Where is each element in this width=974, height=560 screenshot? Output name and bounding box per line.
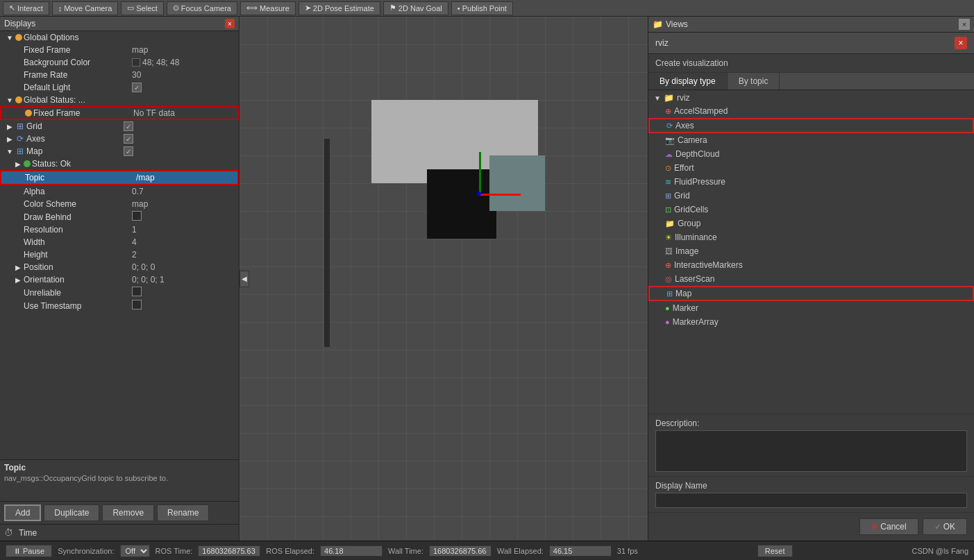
viz-item-depthcloud[interactable]: ☁ DepthCloud: [648, 147, 974, 161]
fluid-viz-icon: ≋: [665, 178, 671, 187]
select-button[interactable]: ▭ Select: [121, 1, 164, 15]
use-timestamp-checkbox[interactable]: [132, 300, 142, 309]
axes-label: Axes: [26, 134, 45, 144]
fixed-frame-error-item[interactable]: Fixed Frame No TF data: [0, 106, 239, 120]
views-title: Views: [666, 19, 688, 29]
viz-item-grid[interactable]: ⊞ Grid: [648, 189, 974, 203]
wall-time-value: 1680326875.66: [429, 545, 492, 557]
topic-item[interactable]: Topic /map: [0, 170, 239, 185]
tab-topic[interactable]: By topic: [728, 73, 780, 90]
display-name-label: Display Name: [655, 481, 967, 491]
frame-rate-item[interactable]: Frame Rate 30: [0, 69, 239, 81]
map-checkbox[interactable]: ✓: [124, 146, 133, 156]
rename-button[interactable]: Rename: [157, 504, 209, 521]
axes-item[interactable]: ▶ ⟳ Axes ✓: [0, 133, 239, 145]
display-name-input[interactable]: [655, 493, 967, 508]
global-options-status: [15, 34, 22, 41]
viz-item-group[interactable]: 📁 Group: [648, 217, 974, 230]
reset-button[interactable]: Reset: [757, 545, 793, 557]
move-camera-button[interactable]: ↕ Move Camera: [52, 1, 119, 15]
status-ok-item[interactable]: ▶ Status: Ok: [0, 158, 239, 170]
pose-estimate-button[interactable]: ➤ 2D Pose Estimate: [299, 1, 380, 15]
viz-item-effort[interactable]: ⊙ Effort: [648, 161, 974, 175]
color-scheme-value: map: [132, 199, 148, 209]
folder-collapse-arrow: ▼: [654, 94, 661, 102]
status-ok-label: Status: Ok: [32, 159, 71, 169]
grid-checkbox[interactable]: ✓: [124, 121, 133, 131]
rviz-dialog: rviz × Create visualization By display t…: [648, 33, 974, 541]
viz-item-markerarray[interactable]: ● MarkerArray: [648, 315, 974, 329]
cancel-button[interactable]: ⊗ Cancel: [859, 518, 918, 535]
pause-button[interactable]: ⏸ Pause: [6, 545, 52, 557]
use-timestamp-item[interactable]: Use Timestamp: [0, 299, 239, 312]
publish-point-button[interactable]: • Publish Point: [451, 1, 513, 15]
unreliable-item[interactable]: Unreliable: [0, 286, 239, 299]
viz-item-interactivemarkers[interactable]: ⊕ InteractiveMarkers: [648, 258, 974, 272]
displays-close-button[interactable]: ×: [225, 19, 235, 28]
measure-button[interactable]: ⟺ Measure: [240, 1, 296, 15]
views-close-button[interactable]: ×: [959, 19, 970, 30]
fixed-frame-error-value: No TF data: [133, 108, 175, 118]
draw-behind-checkbox[interactable]: [132, 211, 142, 221]
unreliable-checkbox[interactable]: [132, 287, 142, 296]
map-tree-item[interactable]: ▼ ⊞ Map ✓: [0, 145, 239, 158]
collapse-arrow[interactable]: ◀: [240, 271, 249, 287]
left-panel: Displays × ▼ Global Options: [0, 17, 240, 541]
ok-button[interactable]: ✓ OK: [923, 518, 967, 535]
background-color-swatch: [132, 58, 140, 67]
tab-display-type[interactable]: By display type: [648, 73, 728, 90]
viz-item-illuminance[interactable]: ☀ Illuminance: [648, 230, 974, 244]
viz-item-laserscan[interactable]: ◎ LaserScan: [648, 272, 974, 286]
global-status-item[interactable]: ▼ Global Status: ...: [0, 94, 239, 106]
views-folder-icon: 📁: [653, 19, 663, 29]
color-scheme-item[interactable]: Color Scheme map: [0, 198, 239, 210]
rviz-dialog-close-button[interactable]: ×: [955, 37, 967, 49]
position-item[interactable]: ▶ Position 0; 0; 0: [0, 261, 239, 273]
viz-item-marker[interactable]: ● Marker: [648, 301, 974, 315]
orientation-item[interactable]: ▶ Orientation 0; 0; 0; 1: [0, 273, 239, 286]
bottom-buttons: Add Duplicate Remove Rename: [0, 501, 239, 524]
alpha-item[interactable]: Alpha 0.7: [0, 185, 239, 198]
viz-item-gridcells[interactable]: ⊡ GridCells: [648, 203, 974, 217]
height-item[interactable]: Height 2: [0, 248, 239, 261]
move-camera-icon: ↕: [58, 4, 62, 12]
displays-tree: ▼ Global Options Fixed Frame map: [0, 31, 239, 459]
right-panel: 📁 Views × rviz × Create visualization By…: [648, 17, 974, 541]
image-viz-icon: 🖼: [665, 247, 673, 255]
viz-scrollbar[interactable]: [324, 139, 330, 347]
axes-checkbox[interactable]: ✓: [124, 134, 133, 144]
pause-icon: ⏸: [13, 547, 21, 555]
focus-camera-button[interactable]: ⊙ Focus Camera: [167, 1, 237, 15]
viz-item-camera[interactable]: 📷 Camera: [648, 133, 974, 147]
brand-label: CSDN @ls Fang: [912, 547, 968, 555]
viz-item-axes[interactable]: ⟳ Axes: [648, 118, 974, 133]
viz-item-accelstamped[interactable]: ⊕ AccelStamped: [648, 104, 974, 118]
status-ok-arrow: ▶: [14, 160, 22, 168]
viz-folder-rviz[interactable]: ▼ 📁 rviz: [648, 92, 974, 104]
default-light-checkbox[interactable]: ✓: [132, 83, 142, 92]
viz-item-fluidpressure[interactable]: ≋ FluidPressure: [648, 175, 974, 189]
draw-behind-item[interactable]: Draw Behind: [0, 210, 239, 223]
width-item[interactable]: Width 4: [0, 236, 239, 248]
rviz-dialog-header: rviz ×: [648, 33, 974, 54]
use-timestamp-label: Use Timestamp: [24, 301, 81, 311]
accel-icon: ⊕: [665, 107, 671, 116]
background-color-value: 48; 48; 48: [142, 58, 179, 67]
default-light-item[interactable]: Default Light ✓: [0, 81, 239, 94]
fixed-frame-item[interactable]: Fixed Frame map: [0, 44, 239, 56]
axis-origin: [477, 192, 481, 196]
nav-goal-button[interactable]: ⚑ 2D Nav Goal: [383, 1, 448, 15]
interact-button[interactable]: ↖ Interact: [3, 1, 49, 15]
background-color-item[interactable]: Background Color 48; 48; 48: [0, 56, 239, 69]
add-button[interactable]: Add: [4, 504, 41, 521]
global-status-dot: [15, 96, 22, 103]
global-options-item[interactable]: ▼ Global Options: [0, 31, 239, 44]
sync-select[interactable]: Off: [120, 545, 150, 557]
markerarray-viz-icon: ●: [665, 318, 670, 326]
remove-button[interactable]: Remove: [102, 504, 154, 521]
viz-item-map[interactable]: ⊞ Map: [648, 286, 974, 301]
viz-item-image[interactable]: 🖼 Image: [648, 244, 974, 258]
duplicate-button[interactable]: Duplicate: [44, 504, 99, 521]
resolution-item[interactable]: Resolution 1: [0, 223, 239, 236]
grid-item[interactable]: ▶ ⊞ Grid ✓: [0, 120, 239, 133]
